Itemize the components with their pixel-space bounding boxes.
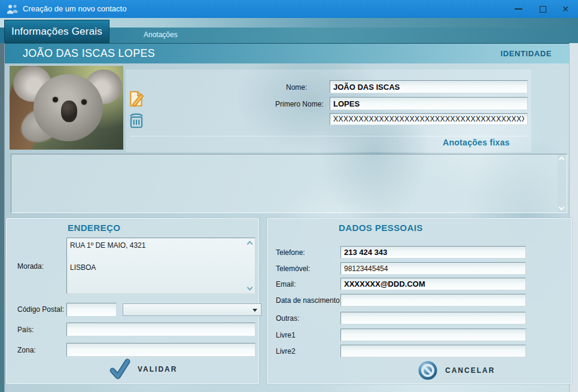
fixed-notes-text	[13, 156, 555, 211]
dotted-divider	[130, 136, 529, 136]
morada-textarea[interactable]: RUA 1º DE MAIO, 4321 LISBOA	[66, 238, 255, 294]
maximize-icon	[540, 6, 546, 13]
contact-creation-window: Creação de um novo contacto ✕ Informaçõe…	[0, 0, 578, 392]
trash-icon	[128, 111, 145, 129]
edit-icon	[128, 90, 145, 108]
data-nascimento-label: Data de nascimento:	[276, 296, 342, 305]
koala-eye-right	[81, 99, 87, 105]
primero-nome-input[interactable]	[330, 97, 528, 110]
check-icon	[108, 358, 131, 380]
livre2-input[interactable]	[340, 345, 526, 357]
nome-label: Nome:	[286, 83, 307, 92]
email-input[interactable]	[340, 278, 526, 290]
tab-informacoes-gerais[interactable]: Informações Gerais	[4, 20, 109, 43]
koala-nose	[61, 101, 77, 122]
outras-input[interactable]	[340, 312, 526, 324]
zona-label: Zona:	[17, 346, 36, 354]
tab-label: Anotações	[144, 31, 178, 39]
header-band: JOÃO DAS ISCAS LOPES IDENTIDADE	[0, 43, 578, 63]
telefone-label: Telefone:	[276, 248, 305, 257]
koala-eye-left	[53, 97, 58, 102]
nome-input[interactable]	[330, 80, 528, 93]
edit-photo-button[interactable]	[128, 90, 146, 108]
anotacoes-fixas-heading: Anotações fixas	[443, 138, 510, 147]
fixed-notes-textarea[interactable]	[11, 154, 567, 213]
telefone-input[interactable]	[340, 246, 526, 259]
cancelar-label: CANCELAR	[445, 366, 495, 375]
notes-scrollbar[interactable]	[558, 154, 567, 212]
delete-photo-button[interactable]	[128, 111, 146, 129]
window-frame-left	[0, 43, 5, 392]
window-title: Creação de um novo contacto	[23, 4, 126, 13]
morada-scrollbar[interactable]	[246, 239, 254, 293]
primero-nome-label: Primero Nome:	[275, 100, 324, 108]
personal-panel-title: DADOS PESSOAIS	[339, 223, 423, 233]
outras-label: Outras:	[276, 314, 299, 323]
livre1-input[interactable]	[340, 329, 526, 341]
pais-label: País:	[17, 326, 34, 334]
titlebar: Creação de um novo contacto ✕	[0, 0, 578, 18]
codigo-postal-input[interactable]	[66, 303, 117, 317]
address-panel-title: ENDEREÇO	[68, 223, 120, 233]
identity-extra-input[interactable]	[330, 113, 528, 125]
contact-name-heading: JOÃO DAS ISCAS LOPES	[23, 47, 155, 60]
telemovel-input[interactable]	[340, 262, 526, 275]
data-nascimento-input[interactable]	[340, 294, 526, 306]
minimize-icon	[515, 8, 522, 10]
zona-input[interactable]	[66, 343, 255, 357]
cancel-icon	[417, 360, 439, 381]
close-button[interactable]: ✕	[553, 0, 577, 18]
close-icon: ✕	[562, 4, 569, 14]
identity-section-label: IDENTIDADE	[501, 49, 552, 58]
cancelar-button[interactable]: CANCELAR	[417, 360, 495, 381]
tab-anotacoes[interactable]: Anotações	[144, 31, 178, 39]
morada-text: RUA 1º DE MAIO, 4321 LISBOA	[70, 240, 243, 274]
morada-label: Morada:	[17, 262, 44, 271]
scroll-up-icon[interactable]	[559, 157, 565, 163]
contact-photo-koala	[10, 66, 123, 150]
tab-label: Informações Gerais	[11, 26, 102, 38]
address-panel: ENDEREÇO Morada: RUA 1º DE MAIO, 4321 LI…	[6, 218, 259, 384]
contacts-icon	[7, 4, 19, 14]
maximize-button[interactable]	[531, 0, 555, 18]
scroll-up-icon[interactable]	[247, 241, 253, 247]
minimize-button[interactable]	[506, 0, 530, 18]
localidade-select[interactable]	[123, 303, 261, 316]
livre1-label: Livre1	[276, 331, 296, 339]
livre2-label: Livre2	[276, 347, 296, 355]
codigo-postal-label: Código Postal:	[17, 305, 64, 314]
personal-data-panel: DADOS PESSOAIS Telefone: Telemóvel: Emai…	[267, 218, 572, 384]
pais-input[interactable]	[66, 323, 255, 336]
validar-label: VALIDAR	[138, 365, 177, 373]
chevron-down-icon	[253, 309, 257, 312]
scroll-down-icon[interactable]	[247, 285, 253, 291]
email-label: Email:	[276, 280, 296, 288]
scroll-down-icon[interactable]	[559, 205, 565, 211]
telemovel-label: Telemóvel:	[276, 265, 310, 273]
validar-button[interactable]: VALIDAR	[108, 358, 177, 380]
